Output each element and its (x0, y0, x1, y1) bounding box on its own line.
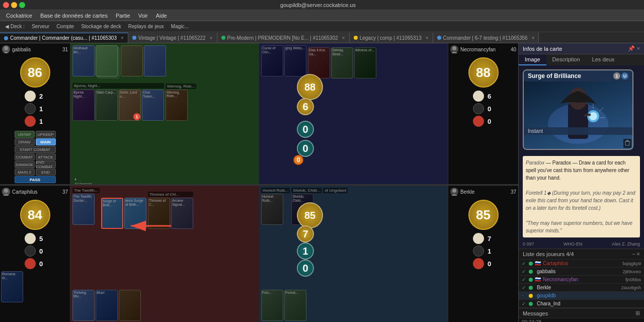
life-bl[interactable]: 84 (20, 200, 50, 230)
card-wernog[interactable]: Wernog, Ride... (166, 90, 188, 121)
life-top-left[interactable]: 86 (20, 57, 50, 88)
tab-description[interactable]: Description (546, 54, 586, 65)
player-tr-life: 40 (511, 47, 516, 52)
card-elas[interactable]: Elas il-Kor, Sa... (308, 47, 330, 78)
players-close-icon[interactable]: × (636, 251, 640, 258)
card-shelob[interactable]: Shelob, Child... (291, 194, 313, 225)
life-br[interactable]: 85 (468, 200, 499, 230)
end-combat-btn[interactable]: END COMBAT (36, 161, 56, 168)
end-btn[interactable]: END (36, 169, 56, 176)
tab-close-0[interactable]: × (121, 35, 124, 41)
card-exile-2[interactable]: Forest... (284, 290, 306, 321)
toolbar-deck-storage[interactable]: Stockage de deck (78, 23, 124, 30)
tab-label-1: Vintage | Vintage | #11065222 (138, 35, 206, 41)
draw-btn[interactable]: DRAW (15, 138, 35, 145)
hand-card-bl-1[interactable]: Romana III... (1, 271, 23, 302)
card-delney[interactable]: Delney, Stree... (331, 47, 353, 78)
name-gabbalis: gabbalis (537, 269, 620, 274)
toolbar-magic[interactable]: Magic... (168, 23, 192, 30)
tab-les-deux[interactable]: Les deux (586, 54, 621, 65)
card-clue[interactable]: Clue Token... (142, 90, 164, 121)
player-br-panel: Berkle 37 85 7 1 (448, 186, 518, 322)
window-controls[interactable] (3, 2, 25, 8)
card-surge-casting[interactable]: Surge of Brilli... (101, 198, 123, 229)
toolbar-account[interactable]: Compte (53, 23, 77, 30)
damage-btn[interactable]: DAMAGE (15, 161, 35, 168)
card-bottom-3[interactable] (119, 290, 141, 321)
chat-section: Messages ⊞ 00:34:28 [19:24:47] Cartaphil… (519, 308, 644, 322)
card-name-text: Surge of Brilliance (528, 72, 581, 79)
toolbar-server[interactable]: Serveur (29, 23, 52, 30)
bottom-half: Cartaphilus 37 84 5 0 (0, 186, 518, 322)
counter-blue-br-val: 7 (485, 235, 494, 243)
main2-btn[interactable]: MAIN 2 (15, 169, 35, 176)
card-info-close[interactable]: × (637, 45, 640, 52)
card-info-pin[interactable]: 📌 (628, 45, 635, 52)
card-trash-icon[interactable] (623, 139, 631, 148)
tab-3[interactable]: Legacy | comp | #11065313 × (350, 33, 433, 43)
tab-close-4[interactable]: × (532, 35, 535, 41)
start-combat-btn[interactable]: START COMBAT (15, 146, 56, 153)
attack-btn[interactable]: ATTACK (36, 153, 56, 160)
chat-controls[interactable]: ⊞ (635, 310, 640, 316)
card-tr-3[interactable]: Athreos of... (354, 47, 376, 78)
tab-0[interactable]: Commander | Commander (casu... | #110653… (0, 33, 128, 43)
combat-btn[interactable]: COMBAT (15, 153, 35, 160)
toolbar-deck[interactable]: ◀ Deck : (2, 23, 28, 30)
card-arcane[interactable]: Arcane Signal... (171, 198, 193, 229)
players-expand-icon[interactable]: − (632, 251, 635, 258)
card-thrones[interactable]: Thrones of C... (148, 198, 170, 229)
main-btn[interactable]: MAIN (36, 138, 56, 145)
phase-btns-row5: DAMAGE END COMBAT (1, 161, 69, 168)
chat-expand-icon[interactable]: ⊞ (635, 310, 640, 316)
card-info-tabs: Image Description Les deux (519, 54, 644, 65)
tab-image[interactable]: Image (519, 54, 546, 65)
minimize-button[interactable] (11, 2, 17, 8)
life-tr[interactable]: 88 (468, 57, 499, 88)
toolbar-replays[interactable]: Replays de jeux (125, 23, 167, 30)
check-goupildb: · (522, 293, 527, 298)
mana-black-tr (473, 103, 484, 114)
mana-red-tr (473, 116, 484, 127)
tab-4[interactable]: Commander | 6-7 testing | #11065356 × (433, 33, 539, 43)
card-bottom-1[interactable]: Thriving Blu... (72, 290, 95, 321)
upkeep-btn[interactable]: UPKEEP (36, 131, 56, 138)
card-misthault[interactable]: Misthault Bri... (72, 45, 95, 76)
tab-close-3[interactable]: × (426, 35, 429, 41)
menu-voir[interactable]: Voir (134, 12, 152, 20)
card-tl-4[interactable] (144, 45, 166, 76)
turn-token-top: 0 (293, 155, 303, 165)
menu-aide[interactable]: Aide (152, 12, 171, 20)
menu-card-db[interactable]: Base de données de cartes (36, 12, 112, 20)
tab-close-2[interactable]: × (342, 35, 345, 41)
card-twelfth-doctor[interactable]: The Twelfth Doctor... (72, 194, 95, 225)
tab-2[interactable]: Pre-Modern | PREMODERN [No E... | #11065… (217, 33, 350, 43)
menu-cockatrice[interactable]: Cockatrice (2, 12, 36, 20)
thrones-label: Thrones of Chl... (148, 192, 193, 197)
untap-btn[interactable]: UNTAP (15, 131, 35, 138)
card-art: Surge of Brilliance 1 U (524, 70, 632, 149)
card-honest[interactable]: Honest Rutb... (261, 194, 283, 225)
tab-1[interactable]: Vintage | Vintage | #11065222 × (128, 33, 217, 43)
players-header-controls[interactable]: − × (632, 251, 640, 258)
tab-close-1[interactable]: × (210, 35, 213, 41)
pass-btn[interactable]: PASS (15, 176, 56, 183)
card-flavor-text: "They may have superior numbers, but we … (526, 219, 637, 234)
maximize-button[interactable] (19, 2, 25, 8)
card-bottom-2[interactable]: Blue! (96, 290, 118, 321)
card-exile-1[interactable]: Forc... (261, 290, 283, 321)
card-surge-token[interactable]: ance Surge of Brilli... (124, 198, 146, 229)
card-curse-clinging[interactable]: Curse of Clin... (261, 45, 283, 76)
card-info-controls[interactable]: 📌 × (628, 45, 640, 52)
card-main2[interactable]: Main Carp... (96, 90, 118, 121)
close-button[interactable] (3, 2, 9, 8)
card-stack-top[interactable] (96, 45, 118, 76)
card-curse-2[interactable]: ging Webs... (284, 45, 306, 76)
player-top-left-life: 31 (62, 47, 68, 52)
tab-icon-2 (221, 36, 225, 40)
card-bjorna[interactable]: Bjorna Night... (72, 90, 95, 121)
menu-partie[interactable]: Partie (112, 12, 134, 20)
ungoliant-group: of Ungoliant (323, 188, 348, 225)
card-tl-3[interactable] (121, 45, 143, 76)
battlefield-bl: The Twelfth... The Twelfth Doctor... Sur… (70, 186, 259, 322)
